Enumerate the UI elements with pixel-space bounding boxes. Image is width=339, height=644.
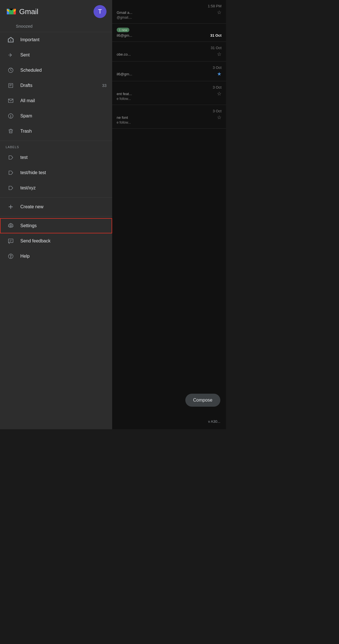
star-icon-3[interactable]: ☆ [217,51,221,57]
drawer-header: Gmail T [0,0,112,21]
gmail-m-icon [6,6,17,17]
star-icon-4[interactable]: ★ [217,71,221,77]
email-sender-4: il6@gm... ★ [117,71,221,77]
email-time-1: 1:58 PM [117,4,221,8]
email-item-2: 1 new il6@gm... 31 Oct [112,24,226,42]
svg-rect-6 [9,84,13,88]
nav-item-help[interactable]: Help [0,249,112,264]
svg-point-12 [10,117,11,117]
create-new-divider [0,197,112,198]
nav-item-scheduled[interactable]: Scheduled [0,63,112,78]
nav-label-drafts: Drafts [20,83,102,88]
compose-button-bg[interactable]: Compose [185,394,220,407]
nav-item-label-test[interactable]: test [0,150,112,165]
settings-divider [0,216,112,216]
user-avatar[interactable]: T [94,5,107,18]
email-time-3: 31 Oct [117,46,221,50]
nav-item-trash[interactable]: Trash [0,124,112,139]
nav-label-trash: Trash [20,129,107,134]
star-icon-6[interactable]: ☆ [217,114,221,121]
spam-icon [6,111,16,121]
email-date-2: 31 Oct [210,33,221,38]
nav-item-send-feedback[interactable]: Send feedback [0,233,112,249]
nav-item-label-test-xyz[interactable]: test/xyz [0,180,112,196]
nav-item-drafts[interactable]: Drafts 33 [0,78,112,93]
snoozed-partial-item: Snoozed [0,21,112,32]
nav-item-sent[interactable]: Sent [0,47,112,63]
email-sender-2: 1 new [117,28,221,32]
send-feedback-icon [6,236,16,246]
important-icon [6,35,16,45]
all-mail-icon [6,96,16,106]
label-test-icon [6,152,16,163]
email-item-6: 3 Oct ne font ☆ e follow... [112,105,226,129]
svg-point-18 [10,225,12,227]
email-badge-2: 1 new [117,28,129,32]
trash-icon [6,126,16,136]
nav-label-spam: Spam [20,113,107,119]
email-sender-3: obe.co... ☆ [117,51,221,57]
email-time-5: 3 Oct [117,85,221,89]
bg-footer-text: v A30... [208,419,220,424]
label-test-xyz-icon [6,183,16,193]
create-new-icon [6,202,16,212]
svg-rect-19 [8,239,13,243]
nav-item-label-test-hide[interactable]: test/hide test [0,165,112,180]
nav-label-test-hide: test/hide test [20,170,107,175]
nav-label-send-feedback: Send feedback [20,238,107,244]
email-snippet-6: e follow... [117,121,221,124]
labels-section-header: LABELS [0,143,112,150]
email-sender-6: ne font ☆ [117,114,221,121]
drafts-badge: 33 [102,83,107,88]
nav-label-scheduled: Scheduled [20,68,107,73]
nav-label-create-new: Create new [20,204,107,209]
nav-label-sent: Sent [20,52,107,58]
email-item-5: 3 Oct ent feat... ☆ e follow... [112,81,226,105]
nav-label-settings: Settings [20,223,107,228]
nav-item-settings[interactable]: Settings [0,218,112,233]
nav-item-spam[interactable]: Spam [0,108,112,124]
email-address-1: @gmail.... [117,16,221,19]
app-title: Gmail [19,7,38,16]
nav-label-test-xyz: test/xyz [20,185,107,190]
email-time-6: 3 Oct [117,109,221,113]
email-sender-5: ent feat... ☆ [117,91,221,97]
settings-icon [6,221,16,231]
nav-list: Important Sent Scheduled [0,32,112,429]
nav-item-important[interactable]: Important [0,32,112,47]
nav-label-important: Important [20,37,107,42]
svg-point-24 [10,257,11,258]
email-sender-1: Gmail a... ☆ [117,9,221,16]
navigation-drawer: Gmail T Snoozed Important [0,0,112,429]
email-item-4: 3 Oct il6@gm... ★ [112,62,226,81]
help-icon [6,251,16,261]
sent-icon [6,50,16,60]
email-time-4: 3 Oct [117,65,221,70]
star-icon-1[interactable]: ☆ [217,9,221,16]
labels-divider [0,141,112,141]
nav-item-create-new[interactable]: Create new [0,199,112,214]
gmail-logo: Gmail [6,6,38,17]
star-icon-5[interactable]: ☆ [217,91,221,97]
nav-label-test: test [20,155,107,160]
scheduled-icon [6,65,16,75]
email-snippet-5: e follow... [117,97,221,101]
email-item-1: 1:58 PM Gmail a... ☆ @gmail.... [112,0,226,24]
nav-label-help: Help [20,254,107,259]
nav-item-all-mail[interactable]: All mail [0,93,112,108]
email-address-2: il6@gm... [117,33,132,38]
label-test-hide-icon [6,168,16,178]
svg-marker-3 [8,37,13,42]
drafts-icon [6,80,16,91]
email-item-3: 31 Oct obe.co... ☆ [112,42,226,62]
nav-label-all-mail: All mail [20,98,107,103]
email-list-background: 1:58 PM Gmail a... ☆ @gmail.... 1 new il… [112,0,226,429]
